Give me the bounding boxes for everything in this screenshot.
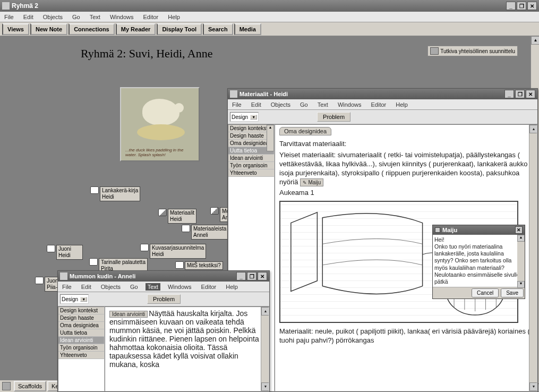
note-icon <box>60 272 67 280</box>
list-item[interactable]: Uutta tietoa <box>58 329 104 337</box>
scaffold-listbox[interactable]: Design kontekst Design haaste Oma design… <box>58 306 105 391</box>
node-materiaaleista[interactable]: MateriaaleistaAnneli <box>182 225 228 240</box>
menu-windows[interactable]: Windows <box>336 101 364 108</box>
menu-go[interactable]: Go <box>128 283 140 291</box>
link-tutkiva[interactable]: Tutkiva yhteisöllinen suunnittelu <box>427 46 518 56</box>
tb-views[interactable]: Views <box>2 23 29 35</box>
note-icon <box>35 277 44 284</box>
node-mits[interactable]: MitŠ tekstiksi? <box>175 261 223 270</box>
node-juoni[interactable]: JuoniHeidi <box>47 245 83 260</box>
minimize-button[interactable]: _ <box>504 90 514 98</box>
minimize-button[interactable]: _ <box>506 2 516 10</box>
node-lankakera[interactable]: Lankakerä-kirjaHeidi <box>90 186 140 201</box>
note-icon <box>230 90 237 98</box>
menu-objects[interactable]: Objects <box>41 13 65 21</box>
popup-titlebar[interactable]: Maiju ✕ <box>433 225 525 235</box>
menu-help[interactable]: Help <box>224 283 240 291</box>
menu-editor[interactable]: Editor <box>141 13 161 21</box>
list-item[interactable]: Design haaste <box>58 314 104 322</box>
menu-file[interactable]: File <box>2 13 16 21</box>
mummon-titlebar[interactable]: Mummon kudin - Anneli _ ❐ ✕ <box>58 271 269 282</box>
maximize-button[interactable]: ❐ <box>247 272 256 280</box>
listbox-scroll[interactable]: ▲ <box>267 125 274 151</box>
main-menubar: File Edit Objects Go Text Windows Editor… <box>0 12 539 22</box>
materiaalit-subtoolbar: Design Problem <box>228 110 537 124</box>
menu-file[interactable]: File <box>230 101 244 108</box>
close-button[interactable]: ✕ <box>258 272 267 280</box>
menu-go[interactable]: Go <box>298 101 310 108</box>
popup-scrollbar[interactable]: ▲▼ <box>517 235 525 288</box>
note-icon <box>47 245 55 252</box>
menu-edit[interactable]: Edit <box>249 101 263 108</box>
close-icon[interactable]: ✕ <box>515 226 523 234</box>
main-toolbar: Views New Note Connections My Reader Dis… <box>0 22 539 36</box>
menu-text[interactable]: Text <box>315 101 330 108</box>
list-item[interactable]: Idean arviointi <box>228 155 274 162</box>
close-button[interactable]: ✕ <box>526 90 535 98</box>
maximize-button[interactable]: ❐ <box>515 90 525 98</box>
materiaalit-titlebar[interactable]: Materiaalit - Heidi _ ❐ ✕ <box>228 89 537 99</box>
menu-text[interactable]: Text <box>146 283 160 291</box>
content-vscrollbar[interactable] <box>529 125 537 391</box>
lead-badge: Idean arviointi <box>109 311 148 318</box>
problem-tab[interactable]: Problem <box>147 294 181 304</box>
tb-connections[interactable]: Connections <box>69 23 115 35</box>
menu-file[interactable]: File <box>60 283 74 291</box>
menu-editor[interactable]: Editor <box>199 283 219 291</box>
workspace: Ryhmä 2: Suvi, Heidi, Anne Tutkiva yhtei… <box>0 36 539 392</box>
menu-windows[interactable]: Windows <box>108 13 136 21</box>
design-combo[interactable]: Design <box>230 112 259 122</box>
popup-maiju: Maiju ✕ Hei!Onko tuo nyöri materiaalina … <box>432 225 525 299</box>
list-item[interactable]: Yhteenveto <box>58 352 104 359</box>
list-item[interactable]: Työn organisoin <box>58 344 104 352</box>
node-kuvasarja[interactable]: KuvasarjasuunnitelmaHeidi <box>140 244 206 259</box>
tb-my-reader[interactable]: My Reader <box>116 23 156 35</box>
popup-body[interactable]: Hei!Onko tuo nyöri materiaalina lankaker… <box>433 235 525 287</box>
design-combo[interactable]: Design <box>60 294 89 304</box>
cushion-shape <box>137 124 185 140</box>
maximize-button[interactable]: ❐ <box>517 2 526 10</box>
main-window-title: Ryhmä 2 <box>12 2 38 10</box>
close-button[interactable]: ✕ <box>527 2 537 10</box>
menu-edit[interactable]: Edit <box>79 283 93 291</box>
cancel-button[interactable]: Cancel <box>472 288 499 297</box>
window-mummon: Mummon kudin - Anneli _ ❐ ✕ File Edit Ob… <box>57 270 270 392</box>
content-tab-oma[interactable]: Oma designidea <box>279 127 331 135</box>
thumb-caption: ...the duck likes paddling in the water.… <box>125 148 194 157</box>
tb-new-note[interactable]: New Note <box>30 23 67 35</box>
author-badge[interactable]: Maiju <box>300 178 323 187</box>
note-icon <box>435 227 440 233</box>
list-item[interactable]: Oma designidea <box>58 322 104 329</box>
mummon-content[interactable]: Idean arviointiNäyttää hauskalta kirjalt… <box>105 306 269 391</box>
content-p4: Materiaalit: neule, puikot ( papiljotti … <box>279 327 533 345</box>
tb-media[interactable]: Media <box>234 23 261 35</box>
menu-objects[interactable]: Objects <box>269 101 293 108</box>
menu-objects[interactable]: Objects <box>99 283 123 291</box>
node-materiaalit[interactable]: MateriaalitHeidi <box>158 209 196 224</box>
menu-edit[interactable]: Edit <box>21 13 36 21</box>
content-p1: Tarvittavat materiaalit: <box>279 140 533 149</box>
menu-help[interactable]: Help <box>393 101 410 108</box>
list-item[interactable]: Idean arviointi <box>58 337 104 344</box>
note-icon <box>89 258 98 266</box>
save-button[interactable]: Save <box>501 288 524 297</box>
tool-icon[interactable] <box>2 382 11 390</box>
mummon-subtoolbar: Design Problem <box>58 292 269 306</box>
content-vscrollbar[interactable] <box>261 307 269 391</box>
menu-help[interactable]: Help <box>166 13 182 21</box>
problem-tab[interactable]: Problem <box>317 112 350 122</box>
list-item[interactable]: Yhteenveto <box>228 169 274 177</box>
menu-editor[interactable]: Editor <box>369 101 389 108</box>
minimize-button[interactable]: _ <box>236 272 246 280</box>
menu-text[interactable]: Text <box>88 13 102 21</box>
note-icon <box>182 225 190 232</box>
tb-display-tool[interactable]: Display Tool <box>157 23 202 35</box>
list-item[interactable]: Design kontekst <box>58 307 104 314</box>
list-item[interactable]: Työn organisoin <box>228 162 274 169</box>
tb-search[interactable]: Search <box>203 23 233 35</box>
tb-scaffolds[interactable]: Scaffolds <box>14 381 46 391</box>
menu-go[interactable]: Go <box>70 13 82 21</box>
thumbnail-image[interactable]: ...the duck likes paddling in the water.… <box>120 87 200 161</box>
app-icon <box>2 2 10 10</box>
menu-windows[interactable]: Windows <box>166 283 194 291</box>
